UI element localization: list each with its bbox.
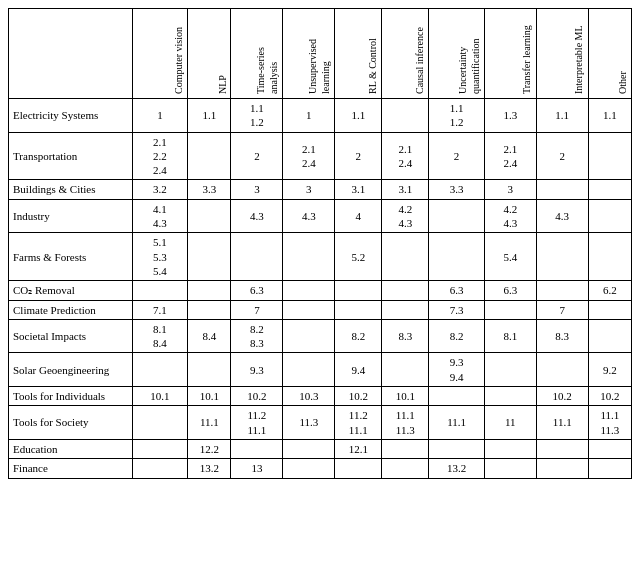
cell-cv: 2.12.22.4 <box>132 132 188 180</box>
cell-iml <box>536 180 588 199</box>
cell-ci <box>382 300 429 319</box>
cell-cv <box>132 281 188 300</box>
row-label: Solar Geoengineering <box>9 353 133 387</box>
cell-rl <box>335 459 382 478</box>
cell-iml <box>536 439 588 458</box>
cell-ci: 3.1 <box>382 180 429 199</box>
cell-other: 1.1 <box>588 99 631 133</box>
cell-tsa: 7 <box>231 300 283 319</box>
cell-uq <box>429 233 485 281</box>
cell-other <box>588 180 631 199</box>
cell-nlp: 3.3 <box>188 180 231 199</box>
row-label: Tools for Society <box>9 406 133 440</box>
cell-ul: 2.12.4 <box>283 132 335 180</box>
cell-ul: 4.3 <box>283 199 335 233</box>
cell-uq: 11.1 <box>429 406 485 440</box>
cell-tl: 6.3 <box>484 281 536 300</box>
cell-tsa: 10.2 <box>231 387 283 406</box>
cell-ul <box>283 281 335 300</box>
cell-nlp: 11.1 <box>188 406 231 440</box>
cell-rl: 10.2 <box>335 387 382 406</box>
cell-tsa: 4.3 <box>231 199 283 233</box>
cell-ul: 10.3 <box>283 387 335 406</box>
cell-rl: 5.2 <box>335 233 382 281</box>
cell-cv: 1 <box>132 99 188 133</box>
cell-uq <box>429 387 485 406</box>
cell-uq: 9.39.4 <box>429 353 485 387</box>
cell-cv <box>132 439 188 458</box>
header-rl: RL & Control <box>335 9 382 99</box>
cell-nlp: 8.4 <box>188 319 231 353</box>
cell-nlp <box>188 300 231 319</box>
cell-ul <box>283 439 335 458</box>
cell-ci <box>382 439 429 458</box>
table-row: Solar Geoengineering9.39.49.39.49.2 <box>9 353 632 387</box>
row-label: Transportation <box>9 132 133 180</box>
cell-ci <box>382 459 429 478</box>
cell-ci: 10.1 <box>382 387 429 406</box>
cell-cv: 7.1 <box>132 300 188 319</box>
cell-tsa: 9.3 <box>231 353 283 387</box>
cell-tl: 5.4 <box>484 233 536 281</box>
cell-cv: 8.18.4 <box>132 319 188 353</box>
table-row: Finance13.21313.2 <box>9 459 632 478</box>
header-iml: Interpretable ML <box>536 9 588 99</box>
cell-rl: 1.1 <box>335 99 382 133</box>
cell-other <box>588 132 631 180</box>
cell-ul <box>283 319 335 353</box>
cell-nlp: 13.2 <box>188 459 231 478</box>
cell-ci: 11.111.3 <box>382 406 429 440</box>
data-table: Computer vision NLP Time-series analysis… <box>8 8 632 479</box>
cell-rl: 2 <box>335 132 382 180</box>
cell-iml <box>536 459 588 478</box>
row-label: CO₂ Removal <box>9 281 133 300</box>
cell-uq: 7.3 <box>429 300 485 319</box>
cell-other <box>588 459 631 478</box>
cell-iml <box>536 281 588 300</box>
table-row: Farms & Forests5.15.35.45.25.4 <box>9 233 632 281</box>
cell-ci <box>382 281 429 300</box>
cell-iml: 2 <box>536 132 588 180</box>
cell-tsa: 3 <box>231 180 283 199</box>
table-row: Tools for Society11.111.211.111.311.211.… <box>9 406 632 440</box>
cell-tl: 11 <box>484 406 536 440</box>
cell-other: 11.111.3 <box>588 406 631 440</box>
cell-ul <box>283 300 335 319</box>
cell-uq: 1.11.2 <box>429 99 485 133</box>
table-row: Tools for Individuals10.110.110.210.310.… <box>9 387 632 406</box>
row-label: Climate Prediction <box>9 300 133 319</box>
cell-tl <box>484 459 536 478</box>
cell-cv: 10.1 <box>132 387 188 406</box>
cell-iml: 8.3 <box>536 319 588 353</box>
header-nlp: NLP <box>188 9 231 99</box>
cell-ci <box>382 353 429 387</box>
cell-uq <box>429 439 485 458</box>
cell-uq: 13.2 <box>429 459 485 478</box>
cell-uq: 3.3 <box>429 180 485 199</box>
cell-cv: 4.14.3 <box>132 199 188 233</box>
table-row: Societal Impacts8.18.48.48.28.38.28.38.2… <box>9 319 632 353</box>
header-tl: Transfer learning <box>484 9 536 99</box>
cell-nlp: 10.1 <box>188 387 231 406</box>
cell-nlp <box>188 281 231 300</box>
cell-nlp <box>188 233 231 281</box>
table-row: CO₂ Removal6.36.36.36.2 <box>9 281 632 300</box>
cell-iml: 7 <box>536 300 588 319</box>
cell-tsa: 8.28.3 <box>231 319 283 353</box>
cell-nlp: 1.1 <box>188 99 231 133</box>
cell-cv <box>132 353 188 387</box>
cell-rl: 8.2 <box>335 319 382 353</box>
header-rowlabel <box>9 9 133 99</box>
row-label: Industry <box>9 199 133 233</box>
cell-other <box>588 300 631 319</box>
cell-other <box>588 199 631 233</box>
cell-rl: 3.1 <box>335 180 382 199</box>
cell-cv: 3.2 <box>132 180 188 199</box>
header-tsa: Time-series analysis <box>231 9 283 99</box>
cell-tl <box>484 300 536 319</box>
cell-other: 10.2 <box>588 387 631 406</box>
cell-uq: 8.2 <box>429 319 485 353</box>
cell-nlp <box>188 353 231 387</box>
cell-other: 6.2 <box>588 281 631 300</box>
cell-uq: 2 <box>429 132 485 180</box>
